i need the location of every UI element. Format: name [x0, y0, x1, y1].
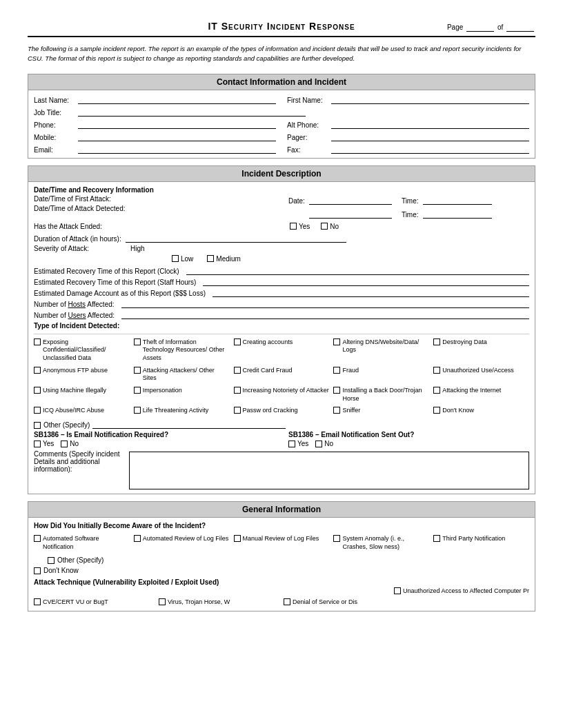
dont-know-general-checkbox[interactable] [34, 567, 41, 574]
cve-checkbox[interactable] [34, 598, 41, 605]
damage-input[interactable] [213, 287, 529, 297]
pager-input[interactable] [331, 132, 529, 141]
increasing-checkbox[interactable] [234, 387, 241, 394]
other-specify-general-row: Other (Specify) [34, 556, 280, 564]
altering-checkbox[interactable] [333, 338, 340, 345]
hosts-label: Number of Hosts Affected: [34, 301, 115, 308]
medium-label: Medium [216, 255, 241, 263]
life-threat-checkbox[interactable] [134, 407, 141, 414]
mobile-input[interactable] [78, 132, 276, 141]
dont-know-checkbox[interactable] [433, 407, 440, 414]
machine-checkbox[interactable] [34, 387, 41, 394]
sb1386-email-label: SB1386 – Email Notification Sent Out? [288, 431, 529, 438]
phone-row: Phone: [34, 119, 276, 129]
mobile-row: Mobile: [34, 132, 276, 141]
backdoor-checkbox[interactable] [333, 387, 340, 394]
medium-checkbox-item: Medium [207, 255, 241, 263]
sb1386-email-yes-label: Yes [297, 440, 308, 447]
email-label: Email: [34, 146, 75, 154]
duration-row: Duration of Attack (in hours): [34, 233, 529, 243]
unauth-access-checkbox[interactable] [394, 587, 401, 594]
awareness-grid: Automated Software Notification Automate… [34, 535, 529, 551]
exposing-checkbox[interactable] [34, 338, 41, 345]
sb1386-no-item: No [61, 440, 79, 447]
phone-input[interactable] [78, 119, 276, 129]
job-title-input[interactable] [78, 107, 306, 117]
job-title-row: Job Title: [34, 107, 529, 117]
credit-checkbox[interactable] [234, 367, 241, 374]
sb1386-no-label: No [70, 440, 79, 447]
awareness-manual-log: Manual Review of Log Files [234, 535, 330, 551]
automated-log-checkbox[interactable] [134, 535, 141, 542]
email-input[interactable] [78, 144, 276, 154]
virus-checkbox[interactable] [159, 598, 166, 605]
unauth-access-row: Unauthorized Access to Affected Computer… [34, 587, 529, 594]
time-input[interactable] [423, 195, 492, 205]
awareness-automated-sw: Automated Software Notification [34, 535, 130, 551]
comments-input[interactable] [129, 452, 529, 489]
system-anomaly-checkbox[interactable] [333, 535, 340, 542]
theft-checkbox[interactable] [134, 338, 141, 345]
users-label: Number of Users Affected: [34, 312, 115, 319]
sb1386-no-checkbox[interactable] [61, 441, 68, 447]
yes-checkbox[interactable] [290, 223, 297, 230]
fax-input[interactable] [331, 144, 529, 154]
unauth-checkbox[interactable] [433, 367, 440, 374]
dont-know-general-label: Don't Know [43, 567, 79, 574]
job-title-label: Job Title: [34, 109, 75, 117]
automated-sw-checkbox[interactable] [34, 535, 41, 542]
incident-increasing: Increasing Notoriety of Attacker [234, 387, 330, 403]
date2-input[interactable] [309, 209, 392, 219]
icq-checkbox[interactable] [34, 407, 41, 414]
dont-know-general-row: Don't Know [34, 567, 280, 574]
sniffer-checkbox[interactable] [333, 407, 340, 414]
time2-label: Time: [402, 211, 419, 219]
sb1386-yes-label: Yes [43, 440, 54, 447]
attack-detected-row: Date/Time of Attack Detected: [34, 205, 275, 212]
first-name-input[interactable] [331, 94, 529, 104]
high-label: High [130, 245, 145, 252]
sb1386-email-no-checkbox[interactable] [315, 441, 322, 447]
attacking-internet-checkbox[interactable] [433, 387, 440, 394]
recovery-clock-input[interactable] [186, 265, 529, 275]
creating-checkbox[interactable] [234, 338, 241, 345]
password-checkbox[interactable] [234, 407, 241, 414]
destroying-checkbox[interactable] [433, 338, 440, 345]
time-label: Time: [402, 197, 419, 205]
sb1386-email-yes-checkbox[interactable] [288, 441, 295, 447]
third-party-checkbox[interactable] [433, 535, 440, 542]
ftp-checkbox[interactable] [34, 367, 41, 374]
no-checkbox[interactable] [321, 223, 328, 230]
duration-input[interactable] [126, 233, 346, 243]
general-section-header: General Information [28, 501, 535, 518]
incident-password: Passw ord Cracking [234, 407, 330, 415]
alt-phone-input[interactable] [331, 119, 529, 129]
incident-section-header: Incident Description [28, 165, 535, 182]
recovery-staff-input[interactable] [203, 276, 529, 286]
impersonation-checkbox[interactable] [134, 387, 141, 394]
low-checkbox[interactable] [172, 255, 179, 262]
incident-dont-know: Don't Know [433, 407, 529, 415]
fraud-checkbox[interactable] [333, 367, 340, 374]
other-checkbox[interactable] [34, 422, 41, 429]
recovery-clock-label: Estimated Recovery Time of this Report (… [34, 267, 179, 275]
unauth-access-label: Unauthorized Access to Affected Computer… [403, 587, 529, 594]
last-name-input[interactable] [78, 94, 276, 104]
duration-label: Duration of Attack (in hours): [34, 235, 121, 243]
attacking-attackers-checkbox[interactable] [134, 367, 141, 374]
alt-phone-row: Alt Phone: [287, 119, 529, 129]
date-input[interactable] [309, 195, 392, 205]
denial-checkbox[interactable] [284, 598, 290, 605]
hosts-input[interactable] [121, 299, 529, 308]
other-input[interactable] [92, 419, 286, 429]
comments-area: Comments (Specify incident Details and a… [34, 450, 529, 489]
time2-input[interactable] [423, 209, 492, 219]
sb1386-yes-checkbox[interactable] [34, 441, 41, 447]
users-input[interactable] [121, 310, 529, 319]
other-general-checkbox[interactable] [48, 557, 55, 564]
medium-checkbox[interactable] [207, 255, 214, 262]
sb1386-email-no-item: No [315, 440, 333, 447]
pager-row: Pager: [287, 132, 529, 141]
manual-log-checkbox[interactable] [234, 535, 241, 542]
type-label: Type of Incident Detected: [34, 322, 529, 330]
